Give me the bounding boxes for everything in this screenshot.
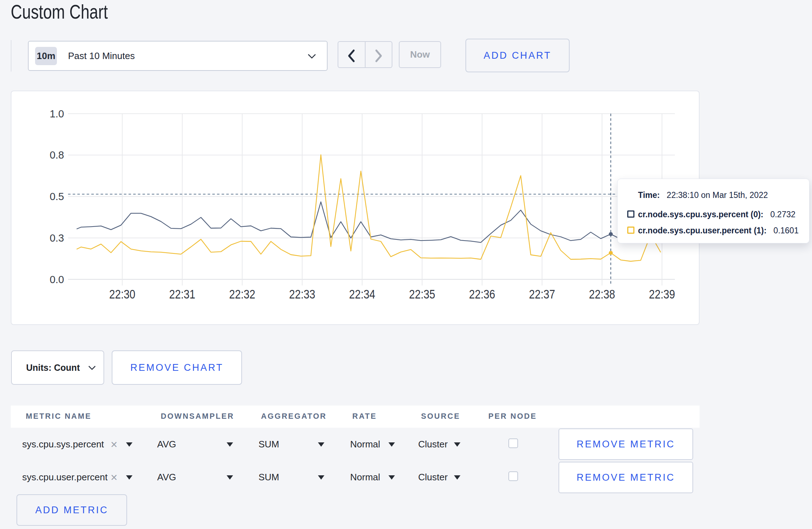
svg-text:1.0: 1.0 xyxy=(50,108,64,120)
svg-text:22:32: 22:32 xyxy=(229,287,255,301)
svg-text:22:34: 22:34 xyxy=(349,287,375,301)
svg-text:22:31: 22:31 xyxy=(169,287,195,301)
svg-text:22:37: 22:37 xyxy=(529,287,555,301)
svg-text:22:35: 22:35 xyxy=(409,287,435,301)
svg-text:22:39: 22:39 xyxy=(649,287,675,301)
svg-text:22:30: 22:30 xyxy=(109,287,135,301)
svg-text:0.8: 0.8 xyxy=(50,149,64,161)
svg-text:22:33: 22:33 xyxy=(289,287,315,301)
svg-text:0.3: 0.3 xyxy=(50,232,64,244)
svg-text:0.0: 0.0 xyxy=(50,274,64,285)
svg-text:22:38: 22:38 xyxy=(589,287,615,301)
svg-text:0.5: 0.5 xyxy=(50,191,64,202)
svg-text:22:36: 22:36 xyxy=(469,287,495,301)
